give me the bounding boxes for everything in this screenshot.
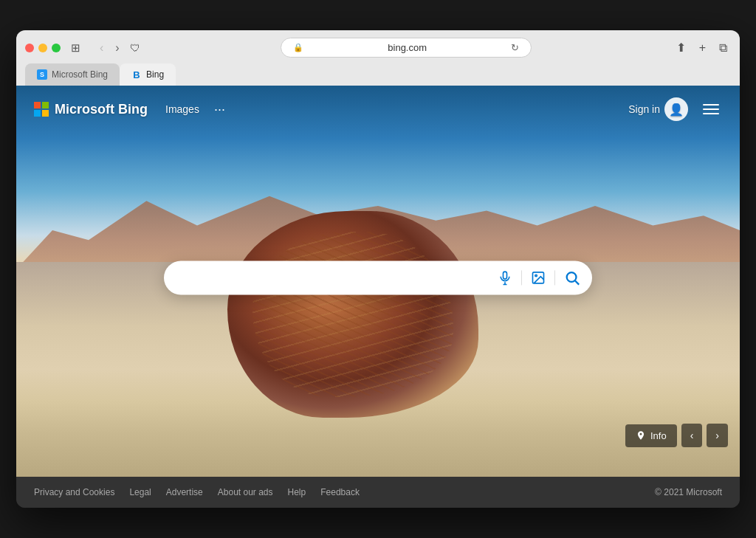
shield-icon: 🛡: [130, 42, 140, 54]
footer-link-legal[interactable]: Legal: [129, 487, 151, 497]
svg-rect-0: [504, 272, 507, 279]
ms-logo-blue: [34, 110, 41, 117]
ms-logo-green: [42, 102, 49, 108]
browser-titlebar: ⊞ ‹ › 🛡 🔒 bing.com ↻ ⬆ + ⧉: [25, 38, 731, 58]
hamburger-line-1: [703, 104, 719, 106]
forward-button[interactable]: ›: [112, 40, 122, 56]
browser-controls: ‹ ›: [97, 40, 123, 56]
minimize-button[interactable]: [38, 44, 47, 52]
tabs-bar: S Microsoft Bing B Bing: [25, 63, 731, 86]
bing-header: Microsoft Bing Images ··· Sign in 👤: [16, 86, 740, 133]
prev-image-button[interactable]: ‹: [681, 424, 703, 447]
bing-nav: Images ···: [165, 102, 225, 117]
bing-page: Microsoft Bing Images ··· Sign in 👤: [16, 86, 740, 477]
nav-more-button[interactable]: ···: [214, 102, 225, 117]
user-avatar: 👤: [664, 97, 688, 121]
microphone-button[interactable]: [498, 270, 512, 285]
maximize-button[interactable]: [52, 44, 61, 52]
user-icon: 👤: [669, 103, 684, 117]
reload-button[interactable]: ↻: [511, 42, 519, 53]
bing-logo[interactable]: Microsoft Bing: [34, 102, 148, 117]
footer-link-about-ads[interactable]: About our ads: [218, 487, 273, 497]
share-button[interactable]: ⬆: [673, 39, 690, 56]
tab-bing[interactable]: B Bing: [120, 63, 176, 86]
sidebar-toggle-button[interactable]: ⊞: [68, 40, 83, 56]
search-icon-group: [498, 269, 580, 286]
image-search-button[interactable]: [531, 270, 546, 285]
new-tab-button[interactable]: +: [695, 40, 709, 56]
footer-link-help[interactable]: Help: [288, 487, 306, 497]
address-bar[interactable]: 🔒 bing.com ↻: [281, 38, 532, 58]
sign-in-label: Sign in: [628, 103, 660, 115]
bing-header-right: Sign in 👤: [628, 97, 722, 121]
bing-favicon: B: [131, 69, 142, 80]
svg-line-6: [575, 281, 579, 285]
hero-rock: [227, 211, 478, 418]
browser-actions: ⬆ + ⧉: [673, 39, 731, 56]
address-bar-container: 🔒 bing.com ↻: [148, 38, 665, 58]
info-bar: Info ‹ ›: [625, 424, 728, 447]
ms-logo-yellow: [42, 110, 49, 117]
browser-window: ⊞ ‹ › 🛡 🔒 bing.com ↻ ⬆ + ⧉: [16, 30, 740, 508]
url-text: bing.com: [308, 42, 506, 53]
footer-link-advertise[interactable]: Advertise: [166, 487, 203, 497]
microsoft-logo: [34, 102, 49, 117]
next-image-button[interactable]: ›: [707, 424, 728, 447]
search-button[interactable]: [564, 269, 580, 286]
search-bar: [164, 261, 592, 294]
ms-logo-red: [34, 102, 41, 108]
tab-search-marquis-label: Microsoft Bing: [52, 69, 108, 80]
search-divider-2: [554, 270, 555, 285]
sign-in-button[interactable]: Sign in 👤: [628, 97, 688, 121]
hamburger-menu-button[interactable]: [700, 101, 722, 117]
svg-point-4: [535, 275, 537, 277]
back-button[interactable]: ‹: [97, 40, 106, 56]
hamburger-line-2: [703, 108, 719, 110]
search-container: [164, 261, 592, 294]
close-button[interactable]: [25, 44, 34, 52]
search-divider: [521, 270, 522, 285]
footer-link-feedback[interactable]: Feedback: [320, 487, 360, 497]
hamburger-line-3: [703, 113, 719, 114]
search-marquis-favicon: S: [37, 69, 47, 80]
footer-links: Privacy and Cookies Legal Advertise Abou…: [34, 487, 360, 497]
browser-chrome: ⊞ ‹ › 🛡 🔒 bing.com ↻ ⬆ + ⧉: [16, 30, 740, 86]
tab-search-marquis[interactable]: S Microsoft Bing: [25, 63, 120, 86]
info-label: Info: [650, 430, 667, 441]
footer-link-privacy[interactable]: Privacy and Cookies: [34, 487, 114, 497]
bing-brand-name: Microsoft Bing: [55, 102, 148, 117]
nav-item-images[interactable]: Images: [165, 103, 199, 115]
footer-copyright: © 2021 Microsoft: [655, 487, 722, 497]
bing-footer: Privacy and Cookies Legal Advertise Abou…: [16, 477, 740, 508]
svg-point-5: [567, 272, 577, 282]
tabs-button[interactable]: ⧉: [715, 40, 731, 56]
search-input[interactable]: [176, 271, 490, 284]
info-button[interactable]: Info: [625, 424, 677, 447]
tab-bing-label: Bing: [146, 69, 164, 80]
lock-icon: 🔒: [293, 43, 303, 52]
traffic-lights: [25, 44, 61, 52]
location-icon: [636, 430, 646, 441]
